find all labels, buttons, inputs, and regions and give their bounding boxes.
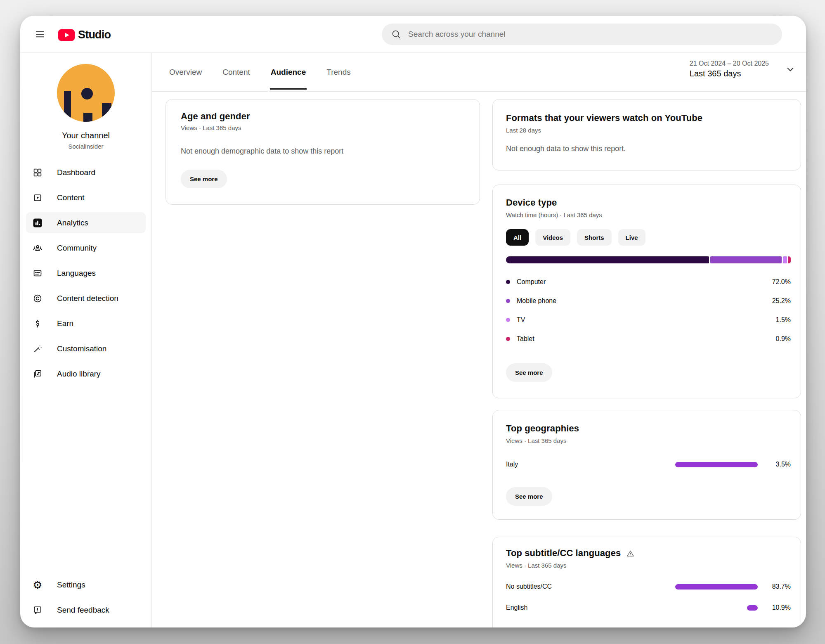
legend-value: 0.9% — [776, 335, 791, 343]
legend-row: Tablet 0.9% — [506, 329, 791, 348]
analytics-content: Age and gender Views · Last 365 days Not… — [152, 92, 806, 627]
filter-chip-shorts[interactable]: Shorts — [577, 229, 612, 246]
sidebar-item-send-feedback[interactable]: Send feedback — [20, 597, 151, 623]
chevron-down-icon — [785, 64, 796, 75]
channel-name: Your channel — [20, 131, 151, 140]
content-detection-icon — [33, 294, 43, 303]
legend-dot — [506, 318, 510, 322]
device-filter-chips: AllVideosShortsLive — [506, 229, 791, 246]
tab-content[interactable]: Content — [222, 53, 250, 91]
device-stacked-bar — [506, 256, 791, 263]
sidebar-item-dashboard[interactable]: Dashboard — [20, 160, 151, 185]
subtitle-rows: No subtitles/CC 83.7% English 10.9% — [506, 581, 791, 613]
earn-icon — [33, 319, 43, 329]
sidebar-item-customisation[interactable]: Customisation — [20, 336, 151, 361]
hamburger-menu-button[interactable] — [34, 28, 46, 40]
legend-label: TV — [517, 316, 776, 324]
bar-row-value: 83.7% — [764, 583, 791, 590]
legend-value: 1.5% — [776, 316, 791, 324]
age-gender-card: Age and gender Views · Last 365 days Not… — [165, 99, 480, 205]
sidebar-item-label: Send feedback — [57, 606, 109, 615]
channel-avatar[interactable] — [57, 64, 115, 122]
card-title: Device type — [506, 197, 791, 208]
filter-chip-all[interactable]: All — [506, 229, 529, 246]
search-input[interactable] — [408, 30, 778, 39]
date-range-text: 21 Oct 2024 – 20 Oct 2025 — [690, 60, 769, 67]
channel-handle: Socialinsider — [20, 143, 151, 150]
card-subtitle: Views · Last 365 days — [506, 562, 791, 569]
sidebar-item-settings[interactable]: ⚙ Settings — [20, 572, 151, 597]
empty-state-message: Not enough data to show this report. — [506, 144, 791, 153]
tab-overview[interactable]: Overview — [169, 53, 202, 91]
avatar-shape — [81, 88, 93, 99]
sidebar-item-label: Audio library — [57, 369, 101, 379]
device-legend: Computer 72.0% Mobile phone 25.2% TV 1.5… — [506, 272, 791, 348]
bar — [675, 584, 758, 590]
bar — [675, 462, 758, 467]
analytics-icon — [33, 218, 43, 228]
legend-value: 25.2% — [772, 297, 791, 305]
device-bar-segment-mobile-phone — [710, 256, 781, 263]
sidebar-item-label: Analytics — [57, 218, 88, 227]
top-bar: Studio — [20, 16, 806, 53]
content-icon — [33, 193, 43, 203]
bar-row-value: 3.5% — [764, 461, 791, 468]
legend-dot — [506, 337, 510, 341]
sidebar-item-earn[interactable]: Earn — [20, 311, 151, 336]
card-title: Formats that your viewers watch on YouTu… — [506, 113, 791, 123]
sidebar-item-content[interactable]: Content — [20, 185, 151, 210]
bar-track — [675, 605, 758, 611]
filter-chip-videos[interactable]: Videos — [535, 229, 570, 246]
empty-state-message: Not enough demographic data to show this… — [181, 147, 465, 156]
sidebar-item-languages[interactable]: Languages — [20, 260, 151, 286]
sidebar-item-label: Customisation — [57, 344, 106, 353]
legend-value: 72.0% — [772, 278, 791, 286]
sidebar-footer-nav: ⚙ Settings Send feedback — [20, 572, 151, 627]
legend-label: Tablet — [517, 335, 776, 343]
tab-audience[interactable]: Audience — [271, 53, 306, 91]
tab-trends[interactable]: Trends — [326, 53, 350, 91]
customisation-icon — [33, 344, 43, 354]
legend-dot — [506, 280, 510, 284]
date-preset-label: Last 365 days — [690, 69, 769, 78]
sidebar-item-community[interactable]: Community — [20, 235, 151, 260]
card-title-text: Top subtitle/CC languages — [506, 548, 621, 559]
warning-icon — [626, 549, 634, 557]
legend-dot — [506, 299, 510, 303]
search-bar[interactable] — [382, 24, 782, 45]
sidebar-item-label: Content — [57, 193, 85, 202]
sidebar-item-audio-library[interactable]: Audio library — [20, 361, 151, 386]
date-range-picker[interactable]: 21 Oct 2024 – 20 Oct 2025 Last 365 days — [690, 60, 769, 78]
sidebar-item-label: Content detection — [57, 294, 118, 303]
hamburger-icon — [34, 28, 46, 40]
filter-chip-live[interactable]: Live — [618, 229, 645, 246]
see-more-button[interactable]: See more — [181, 170, 227, 188]
avatar-shape — [83, 113, 92, 122]
bar-row-label: No subtitles/CC — [506, 583, 552, 590]
legend-label: Computer — [517, 278, 772, 286]
search-icon — [391, 29, 402, 40]
formats-card: Formats that your viewers watch on YouTu… — [492, 99, 801, 170]
legend-row: Computer 72.0% — [506, 272, 791, 291]
see-more-button[interactable]: See more — [506, 487, 552, 506]
bar-track — [675, 462, 758, 467]
sidebar-item-label: Community — [57, 244, 97, 253]
subtitle-languages-card: Top subtitle/CC languages Views · Last 3… — [492, 537, 801, 627]
card-subtitle: Views · Last 365 days — [181, 124, 465, 131]
legend-row: Mobile phone 25.2% — [506, 291, 791, 310]
settings-icon: ⚙ — [33, 580, 43, 590]
analytics-tab-bar: OverviewContentAudienceTrends 21 Oct 202… — [152, 53, 806, 92]
card-title: Top subtitle/CC languages — [506, 548, 791, 559]
card-subtitle: Last 28 days — [506, 127, 791, 134]
bar-track — [675, 584, 758, 590]
see-more-button[interactable]: See more — [506, 363, 552, 382]
community-icon — [33, 243, 43, 253]
avatar-shape — [64, 91, 71, 122]
sidebar-item-label: Settings — [57, 580, 85, 590]
bar-row-label: Italy — [506, 461, 518, 468]
card-subtitle: Views · Last 365 days — [506, 437, 791, 444]
studio-logo[interactable]: Studio — [58, 28, 111, 41]
languages-icon — [33, 268, 43, 278]
sidebar-item-content-detection[interactable]: Content detection — [20, 286, 151, 311]
sidebar-item-analytics[interactable]: Analytics — [20, 210, 151, 235]
